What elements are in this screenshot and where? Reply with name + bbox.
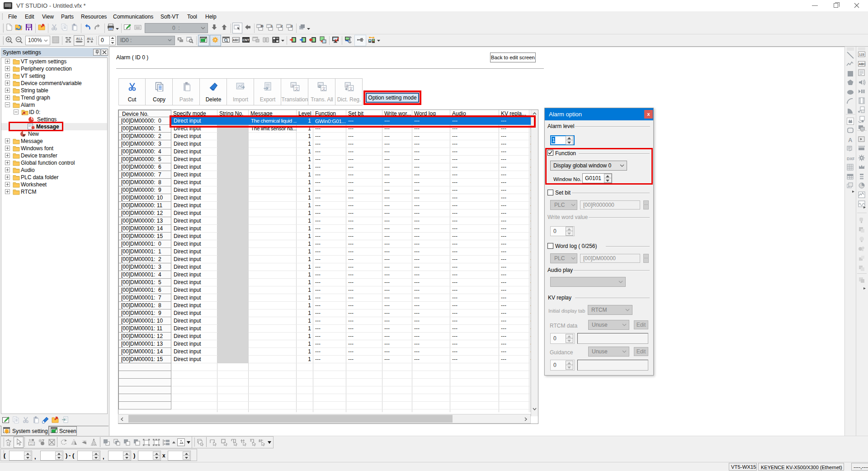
svg-text:B: B <box>261 24 264 28</box>
svg-text:文: 文 <box>295 86 299 91</box>
svg-text:2: 2 <box>281 24 283 28</box>
svg-text:3: 3 <box>291 24 293 28</box>
svg-text:CNT: CNT <box>243 38 250 42</box>
svg-text:123: 123 <box>859 53 864 56</box>
svg-text:DXF: DXF <box>847 157 854 161</box>
svg-text:ABC: ABC <box>232 38 239 42</box>
svg-text:文: 文 <box>322 86 326 91</box>
svg-text:123: 123 <box>29 442 34 445</box>
svg-text:ABC: ABC <box>859 62 866 66</box>
svg-text:A: A <box>848 137 853 143</box>
svg-text:ALL: ALL <box>87 37 94 41</box>
svg-text:文: 文 <box>349 86 353 91</box>
svg-text:ALL: ALL <box>76 37 83 41</box>
svg-text:1: 1 <box>271 24 273 28</box>
